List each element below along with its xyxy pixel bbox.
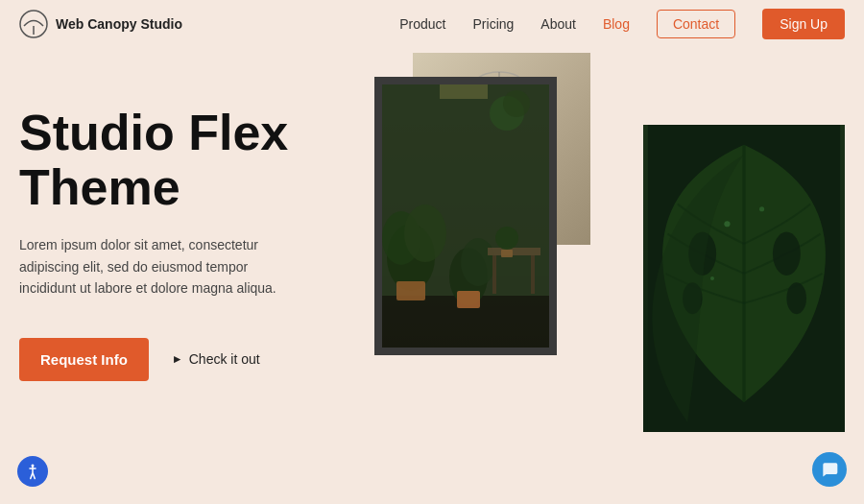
arrow-icon: ► (172, 352, 183, 366)
monstera-image (643, 125, 845, 432)
svg-point-34 (759, 206, 764, 211)
svg-rect-27 (501, 250, 513, 257)
hero-description: Lorem ipsum dolor sit amet, consectetur … (19, 234, 307, 299)
svg-point-17 (461, 238, 495, 286)
svg-point-26 (495, 227, 518, 250)
hero-section: Studio Flex Theme Lorem ipsum dolor sit … (0, 48, 864, 504)
logo[interactable]: Web Canopy Studio (19, 10, 182, 38)
check-it-out-label: Check it out (189, 351, 260, 367)
plant-interior-image (374, 77, 557, 355)
hero-title: Studio Flex Theme (19, 106, 346, 215)
svg-rect-23 (488, 248, 540, 255)
nav-links: Product Pricing About Blog Contact Sign … (399, 9, 845, 39)
svg-point-30 (773, 231, 801, 275)
svg-rect-18 (396, 281, 425, 300)
svg-rect-19 (457, 291, 480, 308)
brand-name: Web Canopy Studio (56, 16, 182, 32)
plant-room-svg (382, 84, 549, 348)
navbar: Web Canopy Studio Product Pricing About … (0, 0, 864, 48)
signup-button[interactable]: Sign Up (762, 9, 845, 39)
contact-button[interactable]: Contact (657, 10, 735, 38)
monstera-svg (643, 125, 845, 432)
svg-point-22 (503, 90, 530, 117)
check-it-out-link[interactable]: ► Check it out (172, 351, 260, 367)
chat-icon (820, 460, 839, 479)
logo-icon (19, 10, 48, 38)
hero-content: Studio Flex Theme Lorem ipsum dolor sit … (19, 106, 346, 381)
svg-point-32 (786, 282, 806, 314)
svg-point-33 (724, 221, 730, 227)
svg-rect-24 (492, 255, 496, 294)
svg-rect-20 (440, 84, 488, 99)
svg-point-35 (710, 276, 714, 280)
accessibility-button[interactable] (17, 456, 48, 487)
svg-rect-25 (531, 255, 535, 294)
accessibility-icon (24, 463, 41, 480)
chat-button[interactable] (812, 452, 847, 487)
nav-blog[interactable]: Blog (603, 16, 630, 32)
nav-pricing[interactable]: Pricing (473, 16, 515, 32)
hero-actions: Request Info ► Check it out (19, 338, 346, 381)
request-info-button[interactable]: Request Info (19, 338, 149, 381)
nav-about[interactable]: About (540, 16, 576, 32)
nav-product[interactable]: Product (399, 16, 445, 32)
hero-images (326, 48, 864, 504)
svg-point-15 (404, 204, 446, 262)
